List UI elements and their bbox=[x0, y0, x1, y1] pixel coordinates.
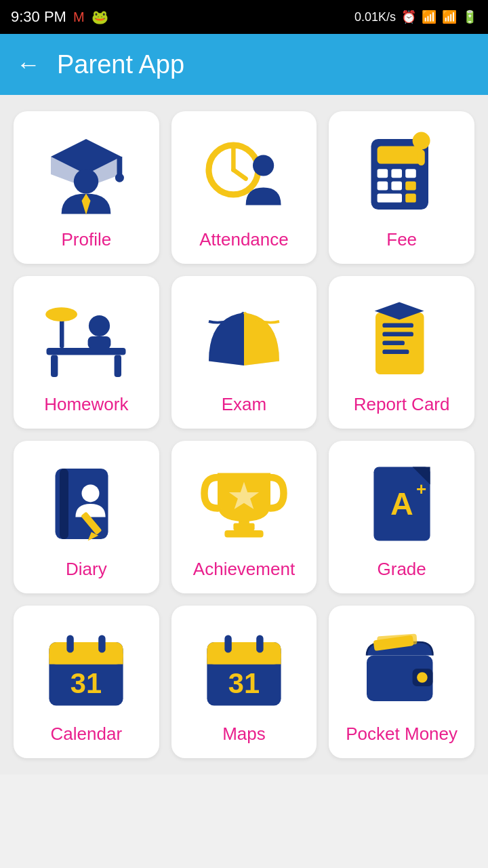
homework-icon bbox=[42, 295, 130, 383]
svg-rect-58 bbox=[256, 635, 263, 653]
achievement-label: Achievement bbox=[193, 559, 295, 580]
svg-rect-18 bbox=[377, 194, 401, 203]
menu-item-homework[interactable]: Homework bbox=[14, 276, 159, 429]
menu-item-diary[interactable]: Diary bbox=[14, 441, 159, 593]
menu-item-exam[interactable]: Exam bbox=[171, 276, 317, 429]
svg-rect-41 bbox=[224, 530, 263, 537]
menu-item-fee[interactable]: Fee bbox=[329, 111, 474, 264]
exam-label: Exam bbox=[222, 394, 266, 415]
menu-grid: Profile Attendance bbox=[0, 95, 488, 774]
attendance-icon bbox=[200, 130, 288, 218]
svg-point-3 bbox=[115, 174, 124, 182]
svg-rect-23 bbox=[51, 355, 58, 377]
fee-label: Fee bbox=[386, 229, 417, 250]
svg-rect-16 bbox=[391, 181, 402, 190]
svg-rect-50 bbox=[49, 654, 123, 665]
status-right: 0.01K/s ⏰ 📶 📶 🔋 bbox=[354, 9, 477, 24]
diary-label: Diary bbox=[66, 559, 107, 580]
svg-rect-13 bbox=[391, 169, 402, 178]
gmail-icon: M bbox=[73, 9, 85, 25]
svg-text:+: + bbox=[416, 479, 426, 499]
menu-item-attendance[interactable]: Attendance bbox=[171, 111, 317, 264]
time: 9:30 PM bbox=[11, 8, 66, 26]
pocket-money-icon bbox=[358, 625, 446, 713]
homework-label: Homework bbox=[44, 394, 128, 415]
status-left: 9:30 PM M 🐸 bbox=[11, 8, 108, 26]
grade-label: Grade bbox=[378, 559, 426, 580]
app-header: ← Parent App bbox=[0, 34, 488, 95]
svg-rect-22 bbox=[47, 348, 126, 355]
attendance-label: Attendance bbox=[199, 229, 289, 250]
svg-rect-25 bbox=[60, 317, 64, 349]
maps-label: Maps bbox=[222, 724, 266, 745]
calendar-label: Calendar bbox=[51, 724, 123, 745]
svg-point-62 bbox=[417, 672, 428, 683]
menu-item-profile[interactable]: Profile bbox=[14, 111, 159, 264]
svg-point-9 bbox=[253, 155, 274, 176]
svg-rect-24 bbox=[115, 355, 121, 377]
profile-icon bbox=[42, 130, 130, 218]
menu-item-grade[interactable]: A + Grade bbox=[329, 441, 474, 593]
svg-point-37 bbox=[82, 484, 100, 502]
svg-rect-32 bbox=[382, 341, 405, 346]
svg-rect-12 bbox=[377, 169, 388, 178]
network-speed: 0.01K/s bbox=[354, 10, 396, 24]
diary-icon bbox=[42, 460, 130, 548]
svg-point-4 bbox=[74, 169, 98, 193]
page-title: Parent App bbox=[57, 50, 184, 79]
grade-icon: A + bbox=[358, 460, 446, 548]
svg-text:A: A bbox=[390, 486, 413, 521]
maps-icon: 31 bbox=[200, 625, 288, 713]
menu-item-achievement[interactable]: Achievement bbox=[171, 441, 317, 593]
exam-icon bbox=[200, 295, 288, 383]
svg-rect-52 bbox=[99, 635, 106, 653]
svg-rect-14 bbox=[405, 169, 416, 178]
svg-text:31: 31 bbox=[70, 667, 102, 699]
battery-icon: 🔋 bbox=[462, 9, 477, 24]
menu-item-calendar[interactable]: 31 Calendar bbox=[14, 606, 159, 758]
back-button[interactable]: ← bbox=[16, 50, 41, 79]
svg-point-26 bbox=[46, 307, 78, 321]
svg-rect-28 bbox=[88, 336, 111, 349]
profile-label: Profile bbox=[61, 229, 111, 250]
svg-rect-36 bbox=[60, 469, 68, 539]
alarm-icon: ⏰ bbox=[401, 9, 416, 24]
report-card-label: Report Card bbox=[354, 394, 450, 415]
svg-text:31: 31 bbox=[228, 667, 260, 699]
signal-icon: 📶 bbox=[442, 9, 457, 24]
svg-rect-30 bbox=[382, 323, 413, 328]
report-card-icon bbox=[358, 295, 446, 383]
app-icon: 🐸 bbox=[92, 9, 108, 25]
svg-rect-56 bbox=[207, 654, 281, 665]
svg-rect-33 bbox=[382, 350, 409, 355]
calendar-icon: 31 bbox=[42, 625, 130, 713]
svg-point-20 bbox=[412, 132, 430, 150]
menu-item-maps[interactable]: 31 Maps bbox=[171, 606, 317, 758]
svg-line-8 bbox=[233, 170, 245, 179]
svg-rect-15 bbox=[377, 181, 388, 190]
svg-rect-51 bbox=[67, 635, 74, 653]
svg-rect-11 bbox=[377, 146, 422, 163]
svg-rect-31 bbox=[382, 332, 413, 337]
svg-rect-57 bbox=[224, 635, 231, 653]
menu-item-report-card[interactable]: Report Card bbox=[329, 276, 474, 429]
menu-item-pocket-money[interactable]: Pocket Money bbox=[329, 606, 474, 758]
svg-rect-19 bbox=[405, 194, 416, 203]
achievement-icon bbox=[200, 460, 288, 548]
svg-point-27 bbox=[89, 315, 110, 336]
fee-icon bbox=[358, 130, 446, 218]
wifi-icon: 📶 bbox=[422, 9, 436, 24]
pocket-money-label: Pocket Money bbox=[346, 724, 458, 745]
svg-rect-21 bbox=[418, 150, 424, 165]
status-bar: 9:30 PM M 🐸 0.01K/s ⏰ 📶 📶 🔋 bbox=[0, 0, 488, 34]
svg-rect-17 bbox=[405, 181, 416, 190]
svg-rect-2 bbox=[117, 157, 123, 176]
